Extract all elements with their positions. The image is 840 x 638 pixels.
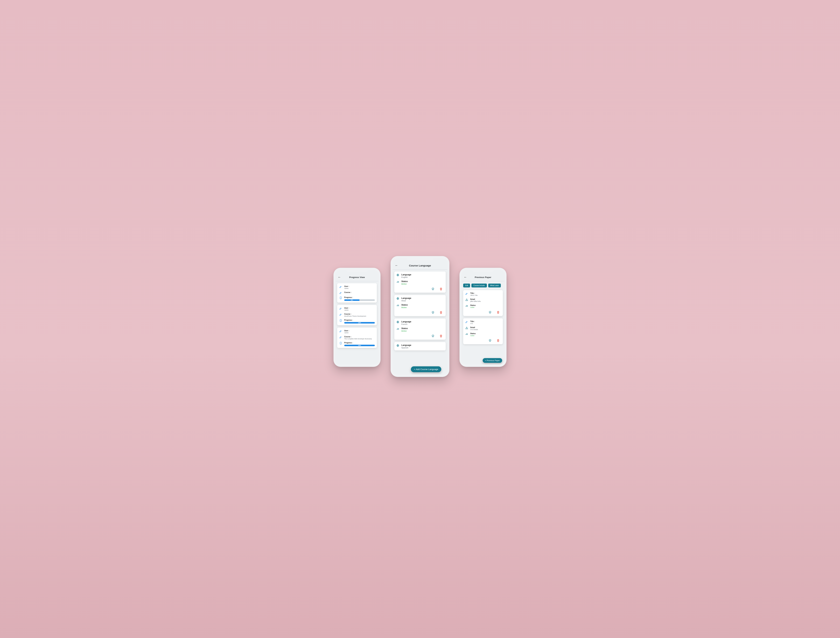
paper-card: Title : xYZ Detail xYZ Details <box>463 318 503 344</box>
back-icon[interactable]: ← <box>338 275 341 279</box>
trash-icon[interactable] <box>497 311 500 314</box>
detail-value: jdfbs fdfhsf sfhs <box>470 300 501 302</box>
globe-icon <box>396 344 399 347</box>
edit-icon[interactable] <box>488 311 492 314</box>
bars-icon <box>396 304 399 307</box>
title-label: Title : <box>470 321 501 322</box>
status-value: Active <box>401 283 444 285</box>
detail-value: xYZ Details <box>470 329 501 330</box>
detail-label: Detail <box>470 298 501 300</box>
pencil-icon <box>339 291 342 294</box>
title-label: Title : <box>470 292 501 294</box>
progress-fill: 100% <box>344 322 375 324</box>
app-bar: ← Course Language <box>392 262 448 270</box>
add-previous-paper-button[interactable]: + Previous Paper <box>482 358 502 363</box>
progress-card: User : Admin Course : The Complete Web D… <box>337 328 377 348</box>
app-bar: ← Previous Paper <box>462 274 505 281</box>
chip-edit[interactable]: Edit <box>463 284 470 287</box>
edit-icon[interactable] <box>431 311 435 314</box>
chip-course-include[interactable]: Course Include <box>471 284 487 287</box>
trash-icon[interactable] <box>439 311 443 314</box>
pencil-icon <box>465 292 468 295</box>
language-value: Spanish <box>401 347 444 349</box>
user-value: Admin <box>344 309 375 311</box>
edit-icon[interactable] <box>488 339 492 342</box>
globe-icon <box>396 297 399 300</box>
progress-text: 100% <box>358 322 361 323</box>
course-label: Course : <box>344 336 375 338</box>
notch <box>407 256 433 261</box>
pencil-icon <box>465 321 468 323</box>
phone-progress: ← Progress View User : Admin <box>334 268 381 367</box>
bars-icon <box>465 332 468 335</box>
detail-label: Detail <box>470 326 501 328</box>
trash-icon[interactable] <box>439 334 443 338</box>
status-label: Status <box>401 327 444 330</box>
bars-icon <box>396 327 399 330</box>
language-label: Language <box>401 273 444 276</box>
warn-icon <box>465 298 468 301</box>
status-value: Active <box>401 306 444 308</box>
course-value: WordPress Theme Development <box>344 315 375 317</box>
content: User : Admin Course : <box>335 281 378 365</box>
globe-icon <box>396 321 399 324</box>
app-bar: ← Progress View <box>335 274 378 281</box>
screen: ← Previous Paper Edit Course Include Wha… <box>462 270 505 365</box>
user-value: Admin <box>344 332 375 333</box>
progress-label: Progress : <box>344 296 375 298</box>
bars-icon <box>465 304 468 307</box>
progress-text: 100% <box>358 345 361 346</box>
edit-icon[interactable] <box>431 287 435 291</box>
progress-text: 50% <box>351 300 353 301</box>
phone-icon <box>339 319 342 322</box>
user-label: User : <box>344 307 375 309</box>
phone-previous: ← Previous Paper Edit Course Include Wha… <box>459 268 506 367</box>
progress-bar: 100% <box>344 345 375 346</box>
content: Edit Course Include What Learn Title : A… <box>462 281 505 365</box>
notch <box>346 268 368 272</box>
trash-icon[interactable] <box>439 287 443 291</box>
status-value: Active <box>470 335 501 336</box>
course-label: Course : <box>344 291 375 293</box>
chip-what-learn[interactable]: What Learn <box>488 284 501 287</box>
back-icon[interactable]: ← <box>464 275 467 279</box>
title-value: xYZ <box>470 323 501 324</box>
add-language-button[interactable]: + Add Course Language <box>411 366 441 372</box>
progress-card: User : Admin Course : <box>337 283 377 303</box>
status-label: Status <box>401 280 444 283</box>
screen: ← Course Language Language English <box>392 258 448 374</box>
progress-bar: 100% <box>344 322 375 324</box>
content: Language English Status Active <box>392 270 448 374</box>
edit-icon[interactable] <box>431 334 435 338</box>
language-label: Language <box>401 344 444 346</box>
language-label: Language <box>401 297 444 299</box>
pencil-icon <box>339 313 342 316</box>
status-label: Status <box>401 304 444 306</box>
mockup-stage: ← Progress View User : Admin <box>0 250 840 388</box>
bars-icon <box>396 280 399 283</box>
back-icon[interactable]: ← <box>395 264 398 267</box>
language-label: Language <box>401 321 444 323</box>
status-label: Status <box>470 304 501 306</box>
language-card: Language French Status Active <box>394 319 446 340</box>
globe-icon <box>396 273 399 276</box>
phone-icon <box>339 296 342 299</box>
phone-language: ← Course Language Language English <box>391 256 449 377</box>
user-value: Admin <box>344 287 375 289</box>
status-value: Active <box>401 330 444 332</box>
progress-fill: 50% <box>344 299 359 301</box>
notch <box>472 268 494 272</box>
paper-card: Title : ABCD Title Detail jdfbs fdfhsf s… <box>463 290 503 316</box>
trash-icon[interactable] <box>497 339 500 342</box>
status-label: Status <box>470 332 501 335</box>
page-title: Previous Paper <box>462 276 505 278</box>
pencil-icon <box>339 307 342 310</box>
status-value: Active <box>470 306 501 308</box>
pencil-icon <box>339 336 342 339</box>
screen: ← Progress View User : Admin <box>335 270 378 365</box>
progress-bar: 50% <box>344 299 375 301</box>
pencil-icon <box>339 285 342 288</box>
language-card: Language Hindi Status Active <box>394 295 446 316</box>
progress-card: User : Admin Course : WordPress Theme De… <box>337 305 377 325</box>
chip-bar: Edit Course Include What Learn <box>463 283 503 288</box>
